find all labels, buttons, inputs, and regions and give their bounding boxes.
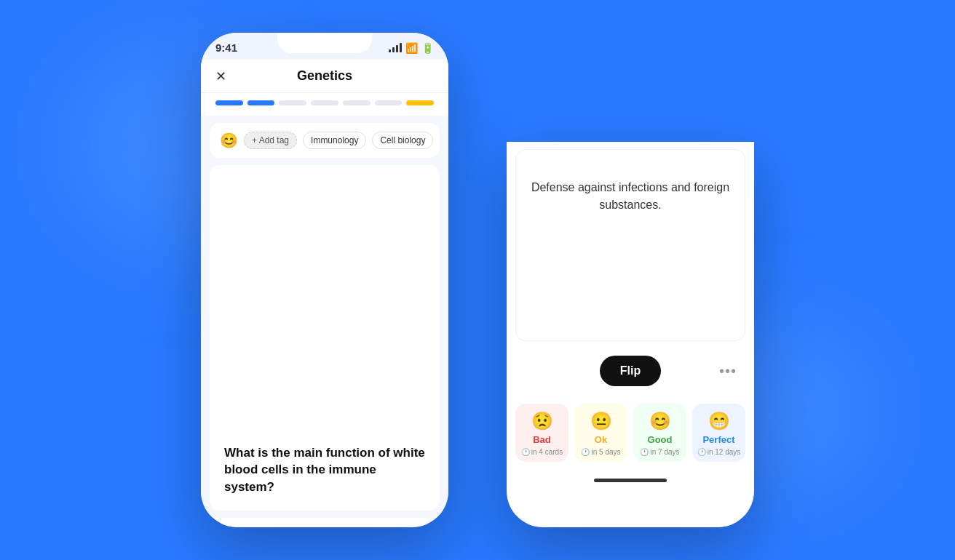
tag-more: M... [439, 135, 440, 145]
clock-icon-good: 🕐 [640, 448, 649, 456]
home-bar [507, 469, 754, 491]
rating-section: 😟 Bad 🕐 in 4 cards 😐 Ok 🕐 in 5 days [507, 396, 754, 469]
good-schedule: 🕐 in 7 days [640, 448, 679, 456]
phone-left: 9:41 📶 🔋 ✕ Genetics [201, 33, 448, 527]
add-tag-button[interactable]: + Add tag [244, 132, 297, 149]
flip-button[interactable]: Flip [600, 356, 661, 386]
phone-right: Defense against infections and foreign s… [507, 142, 754, 527]
rating-perfect-button[interactable]: 😁 Perfect 🕐 in 12 days [692, 404, 745, 462]
progress-bar-6 [375, 100, 403, 105]
progress-bar-3 [279, 100, 306, 105]
bad-emoji-icon: 😟 [531, 411, 553, 431]
progress-bar-2 [247, 100, 275, 105]
bad-label: Bad [533, 434, 551, 445]
home-indicator [594, 479, 667, 482]
flip-area: Flip ••• [507, 348, 754, 396]
emoji-icon: 😊 [220, 132, 238, 149]
more-options-button[interactable]: ••• [719, 363, 737, 380]
notch [277, 33, 372, 53]
signal-icon [389, 43, 402, 52]
question-card: What is the main function of white blood… [210, 165, 440, 511]
deck-title: Genetics [297, 68, 352, 84]
answer-text: Defense against infections and foreign s… [531, 179, 730, 214]
phone-right-content: Defense against infections and foreign s… [507, 142, 754, 491]
add-tag-label: + Add tag [252, 135, 289, 145]
perfect-emoji-icon: 😁 [708, 411, 730, 431]
good-label: Good [648, 434, 673, 445]
progress-section [201, 93, 448, 116]
progress-bar-1 [215, 100, 243, 105]
deck-header: ✕ Genetics [201, 60, 448, 93]
perfect-schedule: 🕐 in 12 days [697, 448, 741, 456]
tag-cell-biology[interactable]: Cell biology [372, 132, 433, 149]
battery-icon: 🔋 [421, 42, 434, 54]
rating-ok-button[interactable]: 😐 Ok 🕐 in 5 days [574, 404, 627, 462]
clock-icon-perfect: 🕐 [697, 448, 706, 456]
wifi-icon: 📶 [405, 42, 418, 54]
tags-section: 😊 + Add tag Immunology Cell biology M... [210, 123, 440, 158]
phone-left-content: ✕ Genetics 😊 + Add tag Immunology [201, 60, 448, 518]
rating-bad-button[interactable]: 😟 Bad 🕐 in 4 cards [515, 404, 568, 462]
answer-card: Defense against infections and foreign s… [515, 149, 745, 341]
ok-schedule: 🕐 in 5 days [581, 448, 620, 456]
clock-icon-bad: 🕐 [521, 448, 530, 456]
ok-emoji-icon: 😐 [590, 411, 612, 431]
progress-bar-7 [406, 100, 434, 105]
clock-icon-ok: 🕐 [581, 448, 590, 456]
rating-good-button[interactable]: 😊 Good 🕐 in 7 days [633, 404, 686, 462]
perfect-label: Perfect [702, 434, 734, 445]
tag-immunology[interactable]: Immunology [303, 132, 366, 149]
close-button[interactable]: ✕ [215, 68, 226, 84]
status-icons: 📶 🔋 [389, 42, 434, 54]
question-text: What is the main function of white blood… [224, 444, 425, 496]
time-display: 9:41 [215, 41, 237, 54]
progress-bar-5 [343, 100, 370, 105]
ok-label: Ok [595, 434, 607, 445]
progress-bar-4 [311, 100, 338, 105]
phones-container: 9:41 📶 🔋 ✕ Genetics [201, 33, 754, 527]
good-emoji-icon: 😊 [649, 411, 671, 431]
bad-schedule: 🕐 in 4 cards [521, 448, 563, 456]
